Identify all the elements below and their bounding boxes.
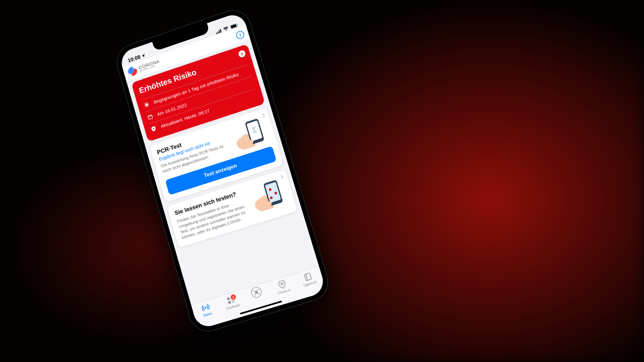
shield-icon (150, 125, 158, 133)
svg-point-38 (280, 282, 283, 285)
svg-point-7 (145, 103, 148, 106)
tab-certificates[interactable]: 1 Zertifikate (217, 292, 246, 312)
hand-phone-hourglass-icon (227, 114, 271, 153)
svg-rect-34 (232, 302, 233, 303)
tab-label: Check-in (277, 288, 291, 295)
scan-icon (250, 287, 263, 298)
svg-rect-2 (219, 30, 220, 33)
svg-line-12 (145, 103, 145, 104)
svg-line-8 (146, 102, 146, 103)
svg-rect-32 (232, 300, 233, 301)
calendar-icon (146, 113, 154, 120)
svg-line-9 (147, 107, 147, 107)
app-logo-icon (127, 65, 138, 77)
svg-rect-29 (227, 297, 230, 300)
screen: 10:08 CORONA WARN-APP (118, 11, 326, 330)
svg-line-15 (147, 103, 148, 103)
svg-rect-35 (234, 301, 235, 303)
hand-phone-map-icon (245, 176, 289, 215)
tab-label: Tagebuch (303, 280, 318, 287)
svg-rect-5 (230, 24, 236, 28)
location-icon (141, 53, 146, 58)
tab-label: Zertifikate (225, 303, 240, 311)
info-button[interactable]: i (235, 30, 245, 40)
pin-icon (278, 280, 287, 290)
svg-line-11 (148, 104, 149, 104)
broadcast-icon (201, 303, 211, 313)
svg-line-10 (144, 105, 145, 106)
svg-rect-3 (220, 29, 222, 32)
svg-line-13 (148, 105, 149, 106)
svg-rect-0 (216, 33, 217, 34)
svg-line-40 (306, 274, 308, 281)
iphone-frame: 10:08 CORONA WARN-APP (113, 5, 333, 336)
virus-icon (143, 101, 151, 109)
tab-scan[interactable] (242, 285, 271, 301)
book-icon (303, 272, 313, 282)
svg-point-28 (205, 307, 207, 309)
svg-line-19 (150, 114, 151, 115)
svg-rect-37 (255, 291, 258, 294)
tab-bar: Status 1 Zertifikate (191, 266, 327, 330)
svg-line-14 (145, 106, 146, 107)
svg-rect-39 (304, 273, 312, 281)
svg-line-18 (149, 115, 149, 116)
svg-rect-1 (217, 31, 219, 34)
tab-checkin[interactable]: Check-in (268, 277, 297, 297)
svg-rect-31 (228, 301, 231, 304)
tab-status[interactable]: Status (192, 300, 221, 320)
tab-diary[interactable]: Tagebuch (294, 269, 324, 289)
home-indicator[interactable] (240, 301, 282, 315)
svg-line-17 (148, 116, 152, 117)
